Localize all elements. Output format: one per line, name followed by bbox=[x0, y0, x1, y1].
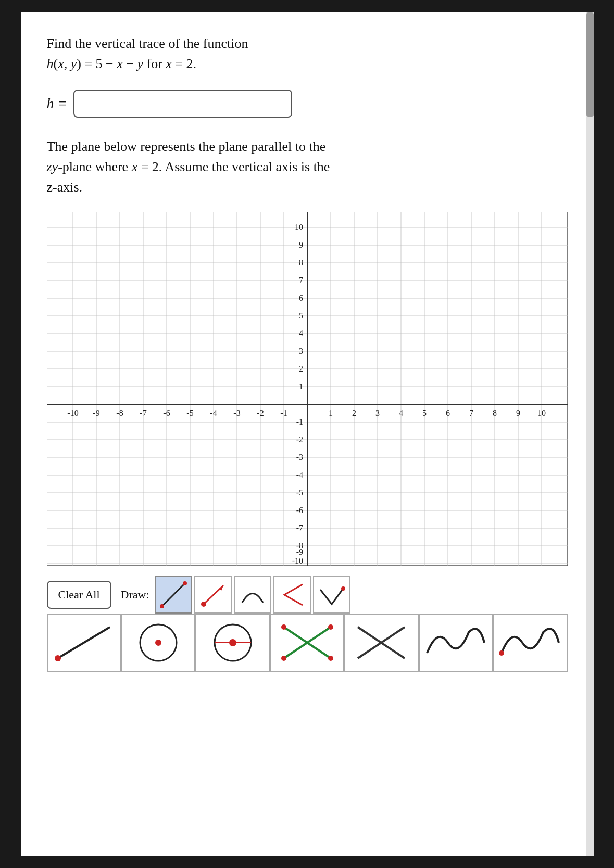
svg-text:-6: -6 bbox=[163, 409, 170, 417]
angle-tool-icon bbox=[277, 579, 308, 610]
svg-text:-2: -2 bbox=[296, 435, 303, 444]
draw-tools bbox=[155, 576, 350, 614]
svg-text:9: 9 bbox=[516, 409, 520, 417]
bottom-wave2-icon bbox=[496, 619, 564, 666]
svg-text:5: 5 bbox=[299, 311, 303, 320]
draw-label: Draw: bbox=[121, 588, 149, 602]
bottom-circle-dot2-icon bbox=[199, 619, 267, 666]
svg-text:-2: -2 bbox=[257, 409, 264, 417]
desc-line3: z-axis. bbox=[47, 180, 83, 195]
line-draw-tool[interactable] bbox=[155, 576, 192, 614]
svg-text:-1: -1 bbox=[296, 417, 303, 426]
desc-line2: zy-plane where x = 2. Assume the vertica… bbox=[47, 159, 330, 174]
svg-line-84 bbox=[162, 583, 185, 606]
bottom-tool-wave[interactable] bbox=[419, 615, 493, 672]
toolbar-row: Clear All Draw: bbox=[47, 576, 568, 614]
svg-text:8: 8 bbox=[493, 409, 497, 417]
bottom-tool-circle-dot2[interactable] bbox=[195, 615, 270, 672]
graph-container[interactable]: -10 -9 -8 -7 -6 -5 -4 -3 -2 -1 1 2 3 4 5… bbox=[47, 212, 568, 566]
svg-point-92 bbox=[55, 655, 61, 661]
svg-text:-8: -8 bbox=[116, 409, 123, 417]
svg-text:1: 1 bbox=[329, 409, 333, 417]
bottom-tool-x-cross[interactable] bbox=[270, 615, 344, 672]
svg-text:8: 8 bbox=[299, 258, 303, 267]
svg-text:3: 3 bbox=[299, 347, 303, 355]
svg-text:2: 2 bbox=[352, 409, 356, 417]
bottom-tools-row bbox=[47, 614, 568, 672]
svg-text:-1: -1 bbox=[280, 409, 287, 417]
svg-point-85 bbox=[160, 604, 164, 608]
graph-svg[interactable]: -10 -9 -8 -7 -6 -5 -4 -3 -2 -1 1 2 3 4 5… bbox=[47, 212, 568, 566]
description-text: The plane below represents the plane par… bbox=[47, 136, 568, 197]
svg-text:7: 7 bbox=[469, 409, 473, 417]
bottom-tool-wave2[interactable] bbox=[493, 615, 568, 672]
svg-text:3: 3 bbox=[375, 409, 380, 417]
svg-text:10: 10 bbox=[295, 223, 303, 232]
svg-text:1: 1 bbox=[299, 382, 303, 391]
question-line2: h(x, y) = 5 − x − y for x = 2. bbox=[47, 54, 568, 74]
svg-text:-3: -3 bbox=[233, 409, 240, 417]
angle-draw-tool[interactable] bbox=[273, 576, 311, 614]
svg-text:-5: -5 bbox=[296, 488, 303, 497]
check-draw-tool[interactable] bbox=[313, 576, 350, 614]
bottom-circle-dot-icon bbox=[124, 619, 192, 666]
svg-text:7: 7 bbox=[299, 276, 303, 285]
svg-text:4: 4 bbox=[399, 409, 403, 417]
arrow-tool-icon bbox=[197, 579, 229, 610]
desc-line1: The plane below represents the plane par… bbox=[47, 139, 326, 154]
bottom-tool-x-cross2[interactable] bbox=[344, 615, 419, 672]
bottom-diagonal-icon bbox=[50, 619, 118, 666]
scrollbar-thumb[interactable] bbox=[586, 12, 594, 117]
arc-tool-icon bbox=[237, 579, 268, 610]
bottom-x-cross-icon bbox=[273, 619, 341, 666]
bottom-tool-circle-dot[interactable] bbox=[121, 615, 195, 672]
clear-all-button[interactable]: Clear All bbox=[47, 581, 111, 609]
svg-text:-9: -9 bbox=[296, 547, 303, 556]
svg-text:5: 5 bbox=[422, 409, 427, 417]
svg-text:-7: -7 bbox=[140, 409, 146, 417]
answer-label: h = bbox=[47, 95, 68, 112]
svg-text:-10: -10 bbox=[67, 409, 78, 417]
question-text: Find the vertical trace of the function … bbox=[47, 33, 568, 74]
svg-text:6: 6 bbox=[299, 293, 303, 302]
svg-point-106 bbox=[499, 650, 504, 656]
answer-input[interactable] bbox=[73, 90, 292, 118]
svg-text:2: 2 bbox=[299, 364, 303, 373]
arrow-draw-tool[interactable] bbox=[194, 576, 232, 614]
svg-text:4: 4 bbox=[299, 329, 303, 338]
line-tool-icon bbox=[158, 579, 189, 610]
question-line1: Find the vertical trace of the function bbox=[47, 33, 568, 54]
bottom-wave-icon bbox=[422, 619, 490, 666]
svg-text:9: 9 bbox=[299, 240, 303, 249]
svg-text:-4: -4 bbox=[296, 470, 303, 479]
svg-point-101 bbox=[328, 656, 333, 661]
bottom-x-cross2-icon bbox=[347, 619, 415, 666]
arc-draw-tool[interactable] bbox=[234, 576, 271, 614]
check-tool-icon bbox=[316, 579, 347, 610]
svg-line-91 bbox=[58, 627, 110, 658]
svg-point-94 bbox=[155, 640, 161, 646]
svg-text:6: 6 bbox=[446, 409, 450, 417]
page: Find the vertical trace of the function … bbox=[21, 12, 594, 856]
svg-text:-10: -10 bbox=[292, 556, 303, 565]
svg-point-86 bbox=[183, 581, 187, 585]
svg-point-90 bbox=[341, 586, 345, 591]
svg-text:-9: -9 bbox=[93, 409, 99, 417]
answer-row: h = bbox=[47, 90, 568, 118]
svg-text:10: 10 bbox=[537, 409, 546, 417]
svg-text:-5: -5 bbox=[186, 409, 193, 417]
bottom-tool-diagonal[interactable] bbox=[47, 615, 121, 672]
svg-point-88 bbox=[201, 602, 206, 607]
svg-point-102 bbox=[281, 656, 286, 661]
svg-text:-4: -4 bbox=[210, 409, 217, 417]
svg-text:-3: -3 bbox=[296, 453, 303, 462]
svg-point-103 bbox=[328, 624, 333, 630]
scrollbar[interactable] bbox=[586, 12, 594, 856]
svg-point-100 bbox=[281, 624, 286, 630]
svg-text:-7: -7 bbox=[296, 524, 303, 532]
svg-text:-6: -6 bbox=[296, 506, 303, 515]
